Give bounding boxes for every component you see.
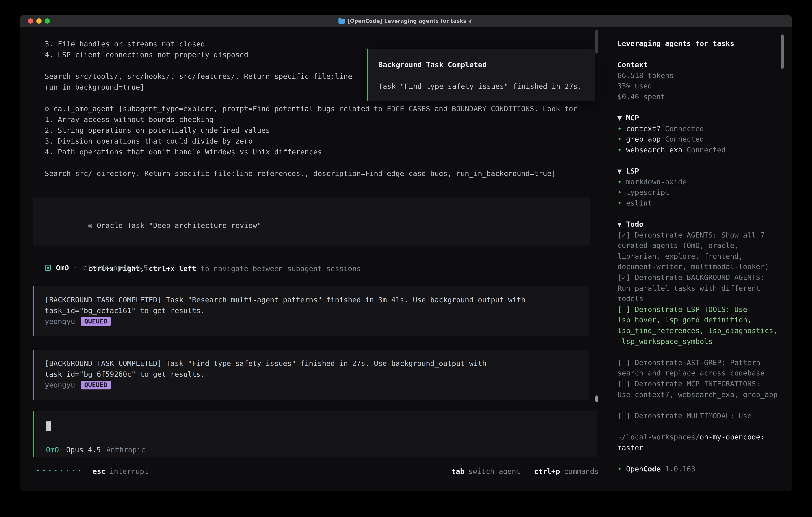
text-segment: [✓] Demonstrate BACKGROUND AGENTS: — [617, 273, 765, 281]
text-segment: ▼ — [617, 113, 626, 122]
terminal-line: models — [617, 294, 784, 304]
message-line: [BACKGROUND TASK COMPLETED] Task "Resear… — [45, 294, 589, 305]
text-segment: context7 — [626, 124, 661, 133]
text-segment: Open — [626, 465, 643, 473]
text-segment: Context — [617, 60, 648, 69]
tab-key-hint: tab — [452, 467, 464, 475]
terminal-line: master — [617, 442, 784, 453]
message-author: yeongyu — [45, 316, 75, 327]
terminal-line: 66,518 tokens — [617, 71, 784, 81]
text-segment: MCP — [626, 113, 639, 122]
text-segment: Search src/ directory. Return specific f… — [45, 169, 556, 178]
terminal-line: 33% used — [617, 81, 784, 91]
text-segment: curated agents (OmO, oracle, — [617, 241, 739, 250]
text-segment: librarian, explore, frontend, — [617, 252, 743, 260]
message-line: [BACKGROUND TASK COMPLETED] Task "Find t… — [45, 358, 589, 369]
terminal-line: librarian, explore, frontend, — [617, 251, 784, 262]
terminal-line: [ ] Demonstrate MCP INTEGRATIONS: — [617, 379, 784, 389]
notification-toast: Background Task Completed Task "Find typ… — [367, 49, 596, 101]
text-segment: • — [617, 188, 626, 196]
status-bar: •••••••• esc interrupt tab switch agent … — [36, 465, 599, 477]
agent-session-header[interactable]: OmO · claude-opus-4-5 — [45, 262, 148, 273]
text-segment: ▼ — [617, 167, 626, 175]
oracle-task-box: ◉Oracle Task "Deep architecture review" … — [33, 197, 590, 245]
main-scrollbar-thumb[interactable] — [596, 30, 598, 54]
text-segment: 33% used — [617, 82, 652, 90]
terminal-line: [ ] Demonstrate MULTIMODAL: Use — [617, 411, 784, 421]
terminal-line: ~/local-workspaces/oh-my-opencode: — [617, 432, 784, 442]
text-segment: Connected — [661, 135, 704, 143]
sidebar-scrollbar-thumb[interactable] — [781, 34, 784, 69]
terminal-line: 2. String operations on potentially unde… — [45, 125, 577, 136]
text-segment: 1. Array access without bounds checking — [45, 115, 213, 124]
terminal-line: • websearch_exa Connected — [617, 145, 784, 155]
text-segment: ~/local-workspaces/ — [617, 433, 700, 441]
half-circle-icon: ◐ — [469, 18, 474, 24]
terminal-line: lsp_workspace_symbols — [617, 336, 784, 347]
terminal-line: document-writer, multimodal-looker) — [617, 262, 784, 272]
text-segment: Todo — [626, 220, 643, 228]
terminal-line — [617, 453, 784, 464]
text-segment: Run parallel tasks with different — [617, 284, 760, 292]
terminal-line: Leveraging agents for tasks — [617, 38, 784, 49]
message-author: yeongyu — [45, 379, 75, 390]
text-segment: Use context7, websearch_exa, grep_app — [617, 390, 778, 399]
terminal-line: 3. Division operations that could divide… — [45, 136, 577, 146]
text-segment: typescript — [626, 188, 669, 196]
message-line: task_id="bg_dcfac161" to get results. — [45, 305, 589, 316]
main-scrollbar-thumb-bottom[interactable] — [596, 396, 598, 402]
toast-body: Task "Find type safety issues" finished … — [378, 81, 585, 91]
status-badge: QUEUED — [81, 317, 111, 326]
terminal-line: ▼ MCP — [617, 113, 784, 124]
text-segment: Leveraging agents for tasks — [617, 39, 734, 48]
folder-icon — [339, 19, 345, 24]
text-segment: ⚙ — [45, 104, 53, 113]
text-segment: Connected — [682, 145, 726, 154]
text-cursor — [46, 421, 51, 431]
text-segment: run_in_background=true] — [45, 83, 144, 91]
terminal-window: [OpenCode] Leveraging agents for tasks ◐… — [20, 15, 792, 491]
terminal-line: 3. File handles or streams not closed — [45, 38, 577, 49]
text-segment: [ ] Demonstrate LSP TOOLS: Use — [617, 305, 747, 314]
input-model-provider: Anthropic — [106, 445, 145, 454]
text-segment: • — [617, 135, 626, 143]
text-segment: • — [617, 177, 626, 186]
ctrlp-key-hint: ctrl+p — [534, 467, 560, 475]
terminal-line: • markdown-oxide — [617, 176, 784, 187]
text-segment: [ ] Demonstrate MULTIMODAL: Use — [617, 411, 752, 420]
spinner-dots-icon: •••••••• — [36, 468, 84, 473]
esc-key-hint: esc — [92, 467, 106, 475]
text-segment: [ ] Demonstrate MCP INTEGRATIONS: — [617, 379, 760, 388]
toast-title: Background Task Completed — [378, 59, 585, 70]
terminal-line: • eslint — [617, 198, 784, 209]
text-segment: • — [617, 465, 626, 473]
terminal-line: lsp_find_references, lsp_diagnostics, — [617, 325, 784, 336]
text-segment: document-writer, multimodal-looker) — [617, 263, 769, 271]
text-segment: • — [617, 124, 626, 133]
terminal-line: • context7 Connected — [617, 124, 784, 134]
terminal-line: ▼ LSP — [617, 166, 784, 176]
terminal-line: [ ] Demonstrate AST-GREP: Pattern — [617, 357, 784, 368]
terminal-line: [ ] Demonstrate LSP TOOLS: Use — [617, 304, 784, 315]
model-info-row: OmO Opus 4.5 Anthropic — [46, 444, 145, 455]
agent-model: claude-opus-4-5 — [83, 264, 148, 272]
window-titlebar[interactable]: [OpenCode] Leveraging agents for tasks ◐ — [20, 15, 792, 27]
text-segment: 3. Division operations that could divide… — [45, 137, 253, 145]
text-segment: master — [617, 443, 643, 452]
status-badge: QUEUED — [81, 380, 111, 389]
terminal-line: • OpenCode 1.0.163 — [617, 464, 784, 474]
terminal-line: ▼ Todo — [617, 219, 784, 230]
tab-key-label: switch agent — [468, 467, 520, 475]
terminal-line: • grep_app Connected — [617, 134, 784, 145]
terminal-line: $0.46 spent — [617, 91, 784, 102]
input-agent-label: OmO — [46, 445, 59, 454]
terminal-line — [617, 209, 784, 219]
text-segment: models — [617, 295, 643, 303]
text-segment: 3. File handles or streams not closed — [45, 39, 205, 48]
oracle-task-title: Oracle Task "Deep architecture review" — [97, 221, 261, 229]
text-segment: 2. String operations on potentially unde… — [45, 126, 270, 134]
terminal-line — [45, 157, 577, 168]
fisheye-icon: ◉ — [88, 221, 92, 229]
terminal-line: • typescript — [617, 187, 784, 198]
prompt-input[interactable]: OmO Opus 4.5 Anthropic — [33, 411, 598, 457]
